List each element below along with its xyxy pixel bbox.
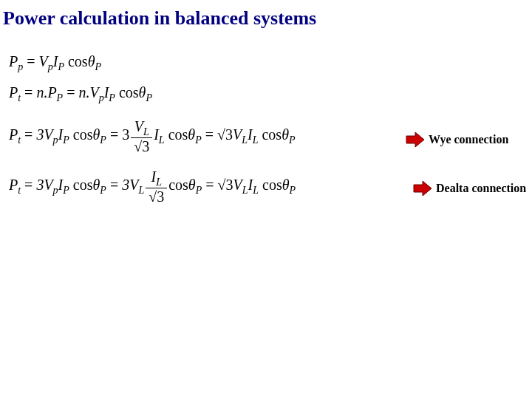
label-delta-connection: Dealta connection <box>436 182 526 195</box>
arrow-right-icon <box>412 180 433 197</box>
equation-3-wye: Pt = 3VpIP cosθP = 3 VL √3 IL cosθP = √3… <box>9 118 296 154</box>
fraction-il-over-sqrt3: IL √3 <box>146 168 167 205</box>
fraction-vl-over-sqrt3: VL √3 <box>131 118 152 154</box>
equation-1: Pp = VpIP cosθP <box>9 53 101 73</box>
arrow-right-icon <box>405 132 426 148</box>
equation-4-delta: Pt = 3VpIP cosθP = 3VL IL √3 cosθP = √3V… <box>9 168 296 205</box>
equation-2: Pt = n.PP = n.VpIP cosθP <box>9 84 152 104</box>
page-title: Power calculation in balanced systems <box>3 7 316 30</box>
label-wye-connection: Wye connection <box>429 133 508 146</box>
